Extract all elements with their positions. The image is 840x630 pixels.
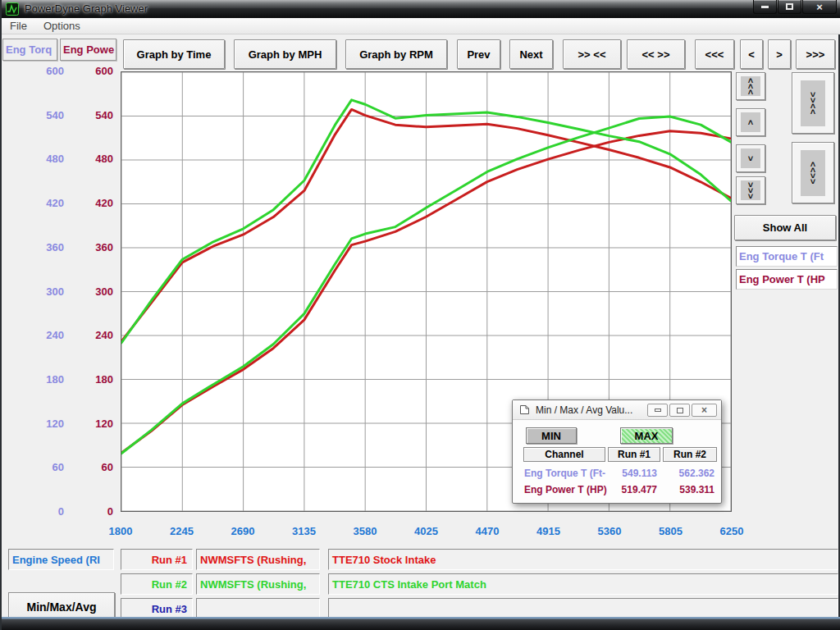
column-header-run2[interactable]: Run #2 bbox=[663, 447, 717, 462]
chevron-up-icon: ˄ bbox=[810, 109, 815, 115]
power-axis-header[interactable]: Eng Powe bbox=[60, 39, 116, 61]
torque-y-tick-label: 60 bbox=[26, 461, 64, 474]
zoom-in-x-button[interactable]: >> << bbox=[563, 39, 621, 69]
dialog-maximize-icon bbox=[677, 408, 683, 413]
max-toggle-button[interactable]: MAX bbox=[620, 427, 673, 444]
prev-button[interactable]: Prev bbox=[457, 39, 500, 69]
dialog-icon bbox=[519, 404, 530, 415]
scroll-right-button[interactable]: > bbox=[768, 39, 791, 69]
graph-by-time-button[interactable]: Graph by Time bbox=[123, 39, 225, 69]
rpm-x-tick-label: 5360 bbox=[583, 525, 636, 537]
power-row-run2-value: 539.311 bbox=[665, 483, 714, 496]
power-y-tick-label: 600 bbox=[75, 65, 113, 78]
chevron-down-icon: ˅ bbox=[748, 156, 753, 162]
dialog-maximize-button[interactable] bbox=[669, 404, 690, 417]
power-y-tick-label: 240 bbox=[75, 329, 113, 342]
run2-label-box[interactable]: Run #2 bbox=[121, 573, 193, 595]
torque-y-tick-label: 360 bbox=[26, 241, 64, 254]
column-header-run1[interactable]: Run #1 bbox=[608, 447, 660, 462]
torque-y-tick-label: 600 bbox=[26, 65, 64, 78]
run1-operator-box[interactable]: NWMSFTS (Rushing, bbox=[196, 549, 320, 570]
close-button[interactable]: × bbox=[802, 0, 837, 14]
min-toggle-button[interactable]: MIN bbox=[526, 427, 577, 444]
torque-channel-box[interactable]: Eng Torque T (Ft bbox=[736, 246, 838, 267]
power-y-tick-label: 360 bbox=[75, 241, 113, 254]
dialog-title-bar[interactable]: Min / Max / Avg Valu... × bbox=[513, 400, 721, 420]
menu-file[interactable]: File bbox=[2, 20, 35, 32]
rpm-x-tick-label: 1800 bbox=[94, 525, 147, 537]
minmax-dialog[interactable]: Min / Max / Avg Valu... × MIN MAX Channe… bbox=[512, 399, 722, 504]
graph-by-mph-button[interactable]: Graph by MPH bbox=[234, 39, 336, 69]
chevron-up-icon: ˄ bbox=[748, 120, 753, 126]
scroll-right-fast-button[interactable]: >>> bbox=[796, 39, 835, 69]
torque-axis-header[interactable]: Eng Torq bbox=[2, 39, 57, 61]
menu-bar: File Options bbox=[2, 18, 840, 34]
power-y-tick-label: 300 bbox=[75, 285, 113, 299]
scroll-up-fast-button[interactable]: ˄˄˄ bbox=[736, 72, 765, 100]
minimize-button[interactable] bbox=[753, 0, 777, 14]
torque-row-channel: Eng Torque T (Ft- bbox=[524, 467, 608, 480]
dialog-controls: × bbox=[647, 404, 717, 417]
run2-title-box[interactable]: TTE710 CTS Intake Port Match bbox=[328, 573, 838, 595]
power-y-tick-label: 0 bbox=[75, 505, 113, 518]
scroll-down-fast-button[interactable]: ˅˅˅ bbox=[736, 176, 765, 204]
power-y-tick-label: 120 bbox=[75, 418, 113, 431]
scroll-left-button[interactable]: < bbox=[740, 39, 763, 69]
run2-operator-box[interactable]: NWMSFTS (Rushing, bbox=[196, 573, 320, 595]
torque-y-tick-label: 300 bbox=[26, 285, 64, 299]
rpm-x-tick-label: 2245 bbox=[156, 525, 208, 537]
power-y-tick-label: 60 bbox=[75, 461, 113, 474]
app-window: PowerDyne Graph Viewer × File Options En… bbox=[0, 0, 840, 630]
app-icon bbox=[6, 2, 19, 16]
scroll-left-fast-button[interactable]: <<< bbox=[695, 39, 734, 69]
scroll-up-button[interactable]: ˄ bbox=[736, 108, 765, 136]
scroll-down-fast-icon: ˅˅˅ bbox=[741, 180, 760, 200]
close-icon: × bbox=[816, 2, 823, 12]
run1-label-box[interactable]: Run #1 bbox=[121, 549, 193, 570]
torque-y-tick-label: 120 bbox=[26, 418, 64, 431]
scroll-down-button[interactable]: ˅ bbox=[736, 144, 765, 172]
dialog-minimize-button[interactable] bbox=[647, 404, 668, 417]
power-row-channel: Eng Power T (HP) bbox=[524, 483, 608, 496]
power-y-tick-label: 420 bbox=[75, 197, 113, 210]
chevron-down-icon: ˅ bbox=[748, 194, 753, 199]
graph-by-rpm-button[interactable]: Graph by RPM bbox=[345, 39, 447, 69]
zoom-in-vertical-button[interactable]: ˅˅˄˄ bbox=[792, 72, 834, 134]
x-channel-box[interactable]: Engine Speed (RI bbox=[8, 549, 114, 570]
zoom-out-x-button[interactable]: << >> bbox=[627, 39, 685, 69]
scroll-up-icon: ˄ bbox=[741, 112, 760, 132]
power-y-tick-label: 180 bbox=[75, 373, 113, 386]
rpm-x-tick-label: 4025 bbox=[400, 525, 453, 537]
power-y-tick-label: 540 bbox=[75, 109, 113, 122]
rpm-x-tick-label: 5805 bbox=[645, 525, 697, 537]
power-channel-box[interactable]: Eng Power T (HP bbox=[736, 269, 838, 290]
scroll-down-icon: ˅ bbox=[741, 148, 760, 168]
maximize-button[interactable] bbox=[778, 0, 801, 14]
next-button[interactable]: Next bbox=[509, 39, 553, 69]
show-all-button[interactable]: Show All bbox=[734, 215, 836, 240]
torque-y-tick-label: 0 bbox=[26, 505, 64, 518]
window-frame-bottom bbox=[2, 617, 840, 630]
dialog-title: Min / Max / Avg Valu... bbox=[536, 404, 632, 416]
rpm-x-tick-label: 2690 bbox=[217, 525, 269, 537]
power-y-tick-label: 480 bbox=[75, 153, 113, 166]
rpm-x-tick-label: 4915 bbox=[523, 525, 575, 537]
rpm-x-tick-label: 4470 bbox=[461, 525, 514, 537]
menu-options[interactable]: Options bbox=[35, 20, 89, 32]
torque-y-tick-label: 540 bbox=[26, 109, 64, 122]
window-title: PowerDyne Graph Viewer bbox=[25, 2, 148, 15]
dialog-close-button[interactable]: × bbox=[692, 404, 717, 417]
minimize-icon bbox=[761, 6, 769, 8]
rpm-x-tick-label: 3580 bbox=[339, 525, 391, 537]
chevron-up-icon: ˄ bbox=[748, 89, 753, 95]
run1-title-box[interactable]: TTE710 Stock Intake bbox=[328, 549, 838, 570]
scroll-up-fast-icon: ˄˄˄ bbox=[741, 76, 760, 96]
chevron-down-icon: ˅ bbox=[810, 179, 815, 185]
power-row-run1-value: 519.477 bbox=[608, 483, 657, 496]
column-header-channel[interactable]: Channel bbox=[523, 447, 605, 462]
title-bar: PowerDyne Graph Viewer × bbox=[2, 0, 840, 18]
torque-row-run2-value: 562.362 bbox=[665, 467, 714, 480]
zoom-out-vertical-button[interactable]: ˄˄˅˅ bbox=[792, 142, 834, 203]
dialog-minimize-icon bbox=[655, 409, 661, 412]
torque-y-tick-label: 180 bbox=[26, 373, 64, 386]
